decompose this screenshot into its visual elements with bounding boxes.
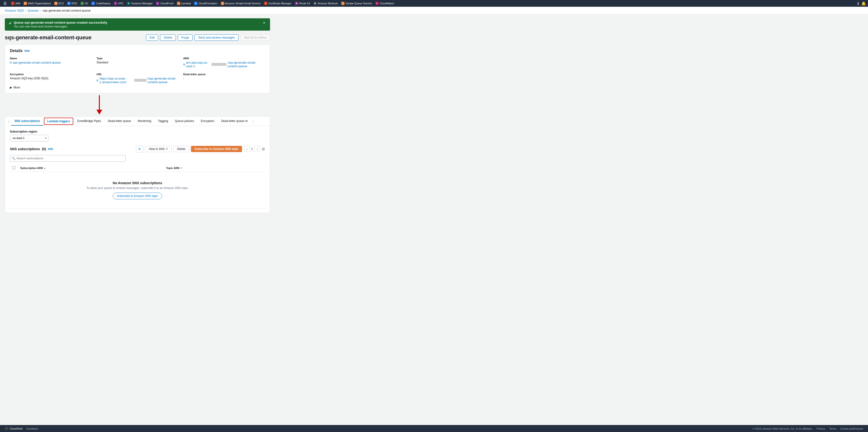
detail-encryption-label: Encryption [10,73,92,76]
tab-eventbridge-pipes[interactable]: EventBridge Pipes [74,117,104,126]
tab-lambda-triggers[interactable]: Lambda triggers [44,118,73,125]
tab-dlq-redrive-label: Dead-letter queue re [221,119,248,123]
detail-url: URL ⧉ https://sqs.us-east-1.amazonaws.co… [96,73,178,84]
page-number: 1 [251,147,253,151]
empty-subscribe-button[interactable]: Subscribe to Amazon SNS topic [113,193,162,199]
certmgr-icon: C [264,2,268,5]
tab-queue-policies-label: Queue policies [175,119,194,123]
banner-subtitle: You can now send and receive messages. [14,25,107,28]
nav-s3[interactable]: S S3 [79,1,89,5]
detail-name: Name ⧉ sqs-generate-email-content-queue [10,57,92,68]
tab-eventbridge-label: EventBridge Pipes [77,119,101,123]
nav-cloudformation-label: CloudFormation [198,2,217,5]
nav-orgs[interactable]: O AWS Organizations [22,1,53,5]
nav-cloudwatch[interactable]: C CloudWatch [374,1,396,5]
table-settings-icon[interactable]: ⚙ [261,147,265,151]
tab-lambda-label: Lambda triggers [47,120,70,123]
nav-sqs[interactable]: S Simple Queue Service [340,1,373,5]
breadcrumb-root[interactable]: Amazon SQS [5,9,24,12]
hamburger-menu[interactable]: ☰ [2,1,8,6]
col-topic-arn-label: Topic ARN [166,166,179,169]
arn-suffix: :sqs-generate-email-content-queue [227,61,265,68]
send-receive-button[interactable]: Send and receive messages [194,34,238,41]
external-link-icon: ↗ [165,147,168,151]
breadcrumb-parent[interactable]: Queues [28,9,39,12]
detail-name-label: Name [10,57,92,60]
tabs-navigation: ‹ SNS subscriptions Lambda triggers Even… [5,117,270,126]
subscriptions-table: Subscription ARN ▲ Topic ARN ▼ [10,164,265,209]
detail-arn-value[interactable]: ⧉ arn:aws:sqs:us-east-1::sqs-generate-em… [183,61,265,68]
details-info-link[interactable]: Info [24,49,30,53]
nav-route53[interactable]: R Route 53 [293,1,311,5]
refresh-button[interactable]: ↻ [136,145,143,153]
nav-ec2[interactable]: E EC2 [53,1,65,5]
nav-rds[interactable]: R RDS [66,1,79,5]
tab-encryption-label: Encryption [201,119,215,123]
settings-bell-icon[interactable]: 🔔 [861,1,866,6]
nav-sqs-label: Simple Queue Service [345,2,372,5]
ec2-icon: E [54,2,58,5]
tab-next-button[interactable]: › [251,117,255,125]
banner-content: ✔ Queue sqs-generate-email-content-queue… [9,21,107,28]
sort-desc-icon[interactable]: ▼ [180,167,183,169]
more-toggle-button[interactable]: ▶ More [10,84,20,89]
s3-icon: S [81,2,84,5]
name-copy-icon: ⧉ [10,61,12,64]
lambda-icon: λ [177,2,180,5]
table-col-subscription-arn: Subscription ARN ▲ [18,164,164,172]
url-suffix: /sqs-generate-email-content-queue [148,76,179,84]
tab-encryption[interactable]: Encryption [197,117,218,126]
cloudformation-icon: C [194,2,197,5]
tab-prev-button[interactable]: ‹ [7,117,11,125]
banner-close-button[interactable]: × [262,21,266,25]
tab-tagging[interactable]: Tagging [155,117,172,126]
sort-asc-icon[interactable]: ▲ [44,167,46,169]
search-input[interactable] [10,155,126,162]
tab-dead-letter-queue[interactable]: Dead-letter queue [104,117,134,126]
sns-info-link[interactable]: Info [48,147,53,151]
nav-bedrock[interactable]: B Amazon Bedrock [312,1,340,5]
region-select[interactable]: us-east-1 us-east-2 us-west-1 us-west-2 [10,135,49,142]
nav-certmgr[interactable]: C Certificate Manager [262,1,293,5]
sns-delete-button[interactable]: Delete [173,146,189,152]
page-next-button[interactable]: › [254,146,260,152]
url-blurred [134,79,147,82]
table-header-row: Subscription ARN ▲ Topic ARN ▼ [10,164,265,172]
orgs-icon: O [24,2,27,5]
delete-button[interactable]: Delete [160,34,176,41]
view-in-sns-button[interactable]: View in SNS ↗ [145,146,172,152]
tab-queue-policies[interactable]: Queue policies [172,117,197,126]
nav-rds-label: RDS [72,2,77,5]
nav-cloudformation[interactable]: C CloudFormation [193,1,219,5]
nav-orgs-label: AWS Organizations [28,2,51,5]
search-icon: 🔍 [12,157,16,160]
nav-iam[interactable]: I IAM [10,1,22,5]
success-check-icon: ✔ [9,21,12,26]
tab-monitoring[interactable]: Monitoring [134,117,155,126]
page-title: sqs-generate-email-content-queue [5,34,91,41]
nav-vpc[interactable]: V VPC [112,1,125,5]
subscribe-sns-button[interactable]: Subscribe to Amazon SNS topic [191,146,242,152]
tab-sns-subscriptions[interactable]: SNS subscriptions [11,117,44,126]
nav-ses[interactable]: S Amazon Simple Email Service [219,1,262,5]
arn-copy-icon: ⧉ [183,63,185,66]
nav-cloudfront[interactable]: C CloudFront [155,1,175,5]
page-prev-button[interactable]: ‹ [244,146,250,152]
breadcrumb-sep-2: › [40,9,41,12]
detail-url-value[interactable]: ⧉ https://sqs.us-east-1.amazonaws.com//s… [96,76,178,84]
edit-button[interactable]: Edit [146,34,158,41]
tabs-container: ‹ SNS subscriptions Lambda triggers Even… [5,117,270,213]
sysmanager-icon: S [127,2,130,5]
info-icon[interactable]: ℹ [858,1,859,6]
select-all-checkbox[interactable] [12,166,16,169]
detail-name-value[interactable]: ⧉ sqs-generate-email-content-queue [10,61,92,64]
nav-codedeploy[interactable]: C CodeDeploy [90,1,112,5]
nav-sysmanager[interactable]: S Systems Manager [125,1,154,5]
detail-name-text: sqs-generate-email-content-queue [13,61,61,64]
nav-lambda[interactable]: λ Lambda [176,1,192,5]
col-subscription-arn-label: Subscription ARN [20,166,43,169]
tab-dlq-redrive[interactable]: Dead-letter queue re [218,117,251,126]
nav-iam-label: IAM [16,2,20,5]
purge-button[interactable]: Purge [178,34,193,41]
red-arrow-annotation [5,95,270,115]
